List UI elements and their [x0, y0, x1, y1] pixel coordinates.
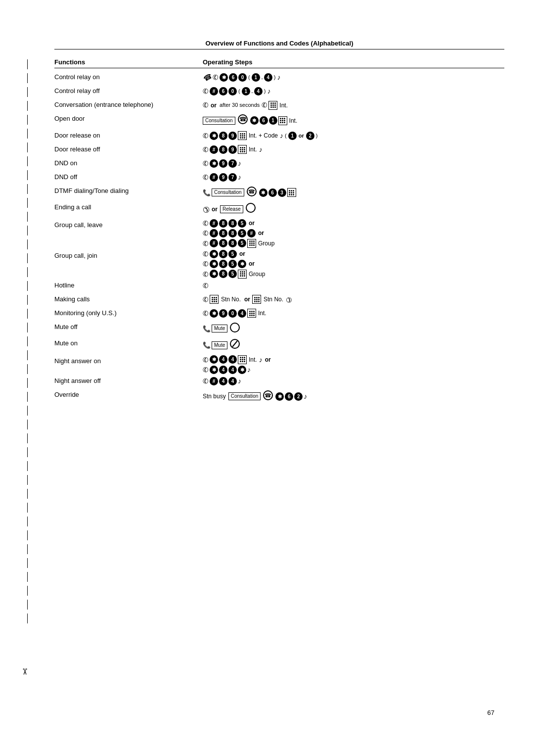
release-box: Release [220, 205, 243, 213]
steps-block: ✆ ✱ 8 5 or ✆ ✱ 8 5 ✱ or ✆ [203, 250, 266, 279]
main-content: Overview of Functions and Codes (Alphabe… [54, 40, 504, 403]
page-container: ✂ Overview of Functions and Codes (Alpha… [0, 0, 534, 756]
paren-close: ) [274, 73, 276, 82]
table-row: DTMF dialing/Tone dialing 📞 Consultation… [54, 186, 504, 200]
int-text: Int. [249, 145, 257, 154]
lift-phone-icon: ☎ [203, 73, 212, 82]
svg-text:☎: ☎ [265, 392, 271, 398]
hash-badge2: # [247, 229, 256, 237]
int-text: Int. [279, 101, 288, 110]
num-9-badge: 9 [219, 159, 227, 168]
phone-lift-sym: ✆ [202, 228, 210, 237]
phone-lift-sym2: ✆ [260, 99, 269, 111]
consultation-box: Consultation [203, 117, 235, 125]
paren-open: ( [238, 87, 240, 95]
keypad-icon [278, 116, 287, 125]
steps-line: ✆ # 8 8 5 # or [203, 229, 275, 237]
num-8-badge2: 8 [228, 229, 237, 237]
or-text: or [299, 132, 304, 140]
func-label: Night answer on [54, 355, 203, 374]
table-row: Monitoring (only U.S.) ✆ ✱ 9 0 4 Int. [54, 308, 504, 319]
paren-open: ( [285, 132, 287, 140]
or-text: or [265, 356, 271, 363]
steps-line: ✆ ✱ 8 5 ✱ or [203, 260, 266, 268]
ring-note: ♪ [238, 158, 241, 169]
scissors-icon: ✂ [19, 668, 30, 675]
steps-cell: ✆ ✱ 8 9 Int. + Code ♪ ( 1 or 2 ) [203, 131, 504, 141]
steps-block: ✆ # 8 8 5 or ✆ # 8 8 5 # or [203, 219, 275, 248]
num-8-badge: 8 [219, 132, 227, 140]
steps-cell: ✆ # 6 0 ( 1 .. 4 ) ♪ [203, 86, 504, 96]
num-6-badge: 6 [285, 392, 293, 401]
keypad-icon [268, 101, 277, 110]
phone-lift-sym: ✆ [201, 130, 210, 142]
num-9-badge: 9 [228, 132, 237, 140]
num-4-badge2: 4 [228, 366, 237, 374]
steps-block: ✆ ✱ 4 4 Int. ♪ or ✆ ✱ [203, 355, 272, 374]
steps-cell: ✆ or after 30 seconds ✆ Int. [203, 100, 504, 110]
phone-circle-icon: ☎ [237, 114, 248, 125]
num-1-badge: 1 [252, 73, 260, 82]
hash-badge: # [210, 239, 218, 247]
steps-cell: Stn busy Consultation ☎ ✱ 6 2 ♪ [203, 390, 504, 404]
group-text: Group [249, 271, 265, 278]
func-label: Mute off [54, 322, 203, 332]
num-6-badge: 6 [229, 73, 237, 82]
phone-lift-sym: ✆ [202, 238, 210, 248]
keypad-icon [238, 131, 247, 140]
func-label: DND on [54, 158, 203, 168]
stn-no-text: Stn No. [221, 295, 241, 304]
consultation-box: Consultation [212, 189, 244, 196]
num-8-badge: 8 [219, 219, 227, 228]
table-row: Making calls ✆ Stn No. or Stn No. ✆ [54, 294, 504, 305]
phone-hangup-sym: ✆ [284, 293, 294, 305]
int-text: Int. [249, 356, 257, 363]
num-4-badge: 4 [219, 366, 227, 374]
ring-note: ♪ [304, 391, 307, 402]
num-5-badge: 5 [238, 219, 246, 228]
dotdot: .. [251, 87, 253, 95]
steps-line: ✆ ✱ 4 4 ✱ ♪ [203, 366, 272, 374]
table-row-group: Night answer on ✆ ✱ 4 4 Int. ♪ or [54, 355, 504, 374]
table-row: Ending a call ✆ or Release [54, 202, 504, 216]
ring-note: ♪ [267, 86, 270, 96]
num-4-badge: 4 [238, 309, 246, 318]
svg-point-5 [246, 203, 255, 212]
func-label: Group call, leave [54, 219, 203, 248]
num-8-badge: 8 [219, 250, 227, 258]
num-5-badge: 5 [238, 229, 246, 237]
hash-badge: # [210, 229, 218, 237]
num-4-badge2: 4 [228, 355, 237, 364]
func-label: Door release on [54, 131, 203, 141]
num-8-badge: 8 [219, 270, 227, 278]
or-text: or [258, 230, 264, 236]
handset-icon: 📞 [203, 340, 211, 350]
func-label: Conversation (entrance telephone) [54, 100, 203, 110]
int-text: Int. [258, 309, 267, 318]
page-number: 67 [488, 709, 494, 716]
num-6-badge: 6 [260, 116, 268, 125]
phone-lift-sym: ✆ [201, 280, 210, 291]
circle-slash-svg [229, 338, 240, 349]
hash-badge: # [210, 219, 218, 228]
handset-icon: 📞 [203, 324, 211, 334]
table-row: Mute off 📞 Mute [54, 322, 504, 336]
ring-note: ♪ [277, 72, 280, 83]
num-8-badge: 8 [219, 145, 227, 154]
num-1-badge: 1 [288, 132, 297, 140]
steps-cell: ☎ ✆ ✱ 6 0 ( 1 .. 4 ) ♪ [203, 72, 504, 83]
func-label: Night answer off [54, 376, 203, 386]
margin-lines [27, 59, 28, 697]
star-badge2: ✱ [238, 260, 246, 268]
phone-lift-sym: ✆ [202, 249, 210, 258]
ring-note: ♪ [238, 376, 241, 386]
steps-cell: ✆ # 8 9 Int. ♪ [203, 144, 504, 155]
keypad-icon [247, 239, 256, 248]
or-text: or [212, 205, 218, 214]
table-row: Control relay on ☎ ✆ ✱ 6 0 ( 1 .. 4 ) ♪ [54, 72, 504, 83]
star-badge: ✱ [210, 159, 218, 168]
phone-lift-sym: ✆ [201, 293, 210, 305]
ring-note: ♪ [238, 172, 241, 183]
ring-note: ♪ [280, 131, 283, 141]
phone-lift-sym: ✆ [201, 99, 210, 111]
